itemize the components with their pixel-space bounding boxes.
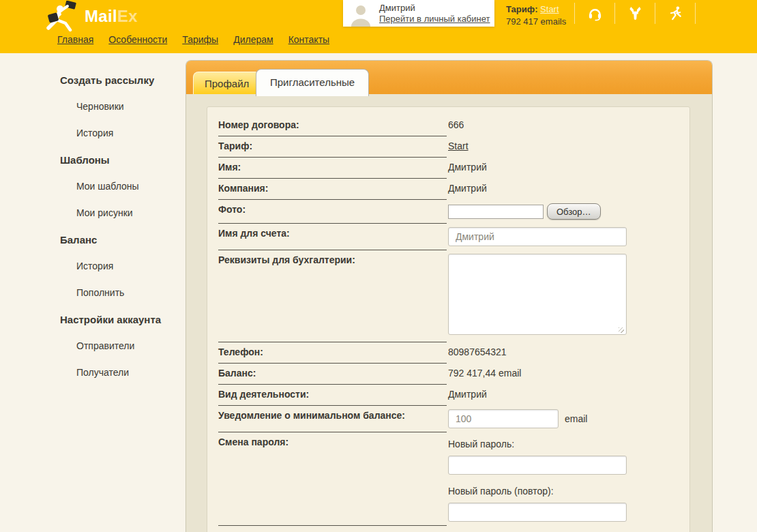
- nav-link-dealers[interactable]: Дилерам: [233, 34, 273, 45]
- user-name: Дмитрий: [379, 3, 490, 14]
- brand-name-mail: Mail: [85, 7, 117, 25]
- quickstart-button[interactable]: [655, 3, 695, 24]
- sidebar-item-my-templates[interactable]: Мои шаблоны: [76, 180, 185, 207]
- tab-profile[interactable]: Профайл: [193, 72, 261, 94]
- row-activity: Вид деятельности: Дмитрий: [218, 385, 679, 406]
- sidebar-section-account-settings[interactable]: Настройки аккаунта: [60, 313, 185, 340]
- sidebar-item-my-images[interactable]: Мои рисунки: [76, 207, 185, 233]
- min-balance-label: Уведомление о минимальном балансе:: [218, 406, 447, 432]
- min-balance-suffix: email: [565, 412, 587, 426]
- activity-value: Дмитрий: [447, 385, 679, 406]
- phone-label: Телефон:: [218, 342, 447, 364]
- row-min-balance: Уведомление о минимальном балансе: email: [218, 406, 679, 432]
- main-container: Профайл Пригласительные Номер договора: …: [185, 60, 713, 532]
- activity-label: Вид деятельности:: [218, 385, 447, 406]
- divider: [695, 3, 696, 24]
- repeat-password-label: Новый пароль (повтор):: [448, 484, 679, 498]
- profile-form-panel: Номер договора: 666 Тариф: Start Имя: Дм…: [207, 106, 690, 532]
- tariff-plan-link[interactable]: Start: [540, 4, 559, 14]
- wrench-icon: [627, 5, 643, 21]
- row-company: Компания: Дмитрий: [218, 179, 679, 200]
- sidebar-section-create-mailing[interactable]: Создать рассылку: [60, 74, 185, 100]
- company-label: Компания:: [218, 179, 447, 200]
- row-phone: Телефон: 80987654321: [218, 342, 679, 364]
- tools-button[interactable]: [615, 3, 655, 24]
- accounting-details-label: Реквизиты для бухгалтерии:: [218, 250, 447, 342]
- company-value: Дмитрий: [447, 179, 679, 200]
- sidebar-item-top-up[interactable]: Пополнить: [76, 286, 185, 313]
- tariff-value-link[interactable]: Start: [448, 141, 469, 151]
- sidebar: Создать рассылку Черновики История Шабло…: [0, 53, 185, 393]
- sidebar-item-drafts[interactable]: Черновики: [76, 100, 185, 127]
- row-name: Имя: Дмитрий: [218, 158, 679, 179]
- emails-balance: 792 417 emails: [506, 16, 566, 28]
- app-header: MailEx Главная Особенности Тарифы Дилера…: [0, 0, 757, 53]
- page-body: Создать рассылку Черновики История Шабло…: [0, 53, 757, 532]
- sidebar-section-templates[interactable]: Шаблоны: [60, 153, 185, 180]
- avatar: [351, 3, 371, 27]
- user-box: Дмитрий Перейти в личный кабинет: [343, 0, 494, 27]
- photo-label: Фото:: [218, 200, 447, 224]
- brand-logo[interactable]: MailEx: [42, 1, 138, 32]
- row-contract-number: Номер договора: 666: [218, 115, 679, 136]
- balance-value: 792 417,44 email: [447, 364, 679, 385]
- nav-link-home[interactable]: Главная: [57, 34, 93, 45]
- runner-icon: [668, 5, 683, 21]
- photo-file-input[interactable]: [448, 205, 544, 219]
- postman-logo-icon: [42, 1, 79, 32]
- name-value: Дмитрий: [447, 158, 679, 179]
- main-nav: Главная Особенности Тарифы Дилерам Конта…: [57, 34, 329, 45]
- support-button[interactable]: [575, 3, 614, 24]
- name-label: Имя:: [218, 158, 447, 179]
- sidebar-item-senders[interactable]: Отправители: [76, 340, 185, 366]
- nav-link-contacts[interactable]: Контакты: [288, 34, 329, 45]
- row-password-change: Смена пароля: Новый пароль: Новый пароль…: [218, 432, 679, 526]
- resize-grip-icon[interactable]: [619, 327, 624, 333]
- browse-button[interactable]: Обзор…: [547, 203, 601, 220]
- headset-icon: [587, 5, 603, 21]
- invoice-name-input[interactable]: [448, 227, 627, 246]
- new-password-input[interactable]: [448, 456, 627, 475]
- tariff-row-label: Тариф:: [218, 136, 447, 158]
- sidebar-item-balance-history[interactable]: История: [76, 260, 185, 286]
- row-accounting-details: Реквизиты для бухгалтерии:: [218, 250, 679, 342]
- row-tariff: Тариф: Start: [218, 136, 679, 158]
- balance-label: Баланс:: [218, 364, 447, 385]
- invoice-name-label: Имя для счета:: [218, 224, 447, 250]
- min-balance-input[interactable]: [448, 409, 559, 428]
- row-photo: Фото: Обзор…: [218, 200, 679, 224]
- brand-name: MailEx: [85, 7, 138, 26]
- nav-link-tariffs[interactable]: Тарифы: [182, 34, 218, 45]
- row-balance: Баланс: 792 417,44 email: [218, 364, 679, 385]
- nav-link-features[interactable]: Особенности: [108, 34, 167, 45]
- phone-value: 80987654321: [447, 342, 679, 364]
- sidebar-item-recipients[interactable]: Получатели: [76, 366, 185, 393]
- header-icon-bar: [574, 3, 696, 24]
- repeat-password-input[interactable]: [448, 503, 627, 522]
- tariff-info: Тариф: Start 792 417 emails: [506, 3, 566, 28]
- tab-invitations[interactable]: Пригласительные: [256, 69, 369, 96]
- personal-cabinet-link[interactable]: Перейти в личный кабинет: [379, 14, 490, 24]
- brand-name-ex: Ex: [117, 7, 138, 25]
- tariff-label: Тариф:: [506, 4, 537, 14]
- new-password-label: Новый пароль:: [448, 437, 679, 451]
- accounting-details-textarea[interactable]: [448, 254, 627, 335]
- tab-bar: Профайл Пригласительные: [186, 61, 712, 94]
- contract-number-label: Номер договора:: [218, 115, 447, 136]
- sidebar-section-balance[interactable]: Баланс: [60, 233, 185, 260]
- contract-number-value: 666: [447, 115, 679, 136]
- sidebar-item-history[interactable]: История: [76, 127, 185, 153]
- password-change-label: Смена пароля:: [218, 432, 447, 526]
- row-invoice-name: Имя для счета:: [218, 224, 679, 250]
